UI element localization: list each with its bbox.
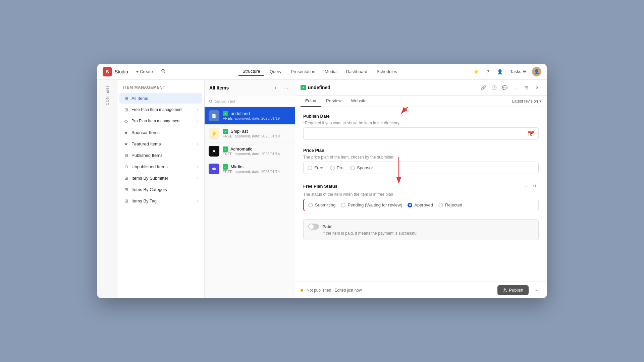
chevron-icon: › [197,176,198,180]
sponsor-icon: ★ [123,130,129,135]
nav-published-items[interactable]: ⊟ Published Items › [119,150,202,161]
nav-presentation[interactable]: Presentation [287,67,319,76]
check-badge: ✓ [223,129,228,134]
price-plan-hint: The price plan of the item, chosen by th… [303,155,539,160]
link-icon-btn[interactable]: 🔗 [479,83,488,92]
item-name: ✓ undefined [223,111,291,117]
radio-approved[interactable] [408,203,412,207]
price-pro-option[interactable]: Pro [330,165,343,170]
item-sub: FREE: approved, date: 2025/01/19 [223,134,291,138]
unpublished-icon: ⊙ [123,164,129,169]
status-submitting[interactable]: Submitting [308,202,335,207]
item-name: ✓ ShipFast [223,129,291,134]
radio-sponsor[interactable] [350,166,355,170]
list-panel: All Items + ··· 📄 [205,80,295,298]
topbar-right: ⚡ ? 👤 Tasks ☰ 👤 [471,67,541,76]
svg-point-0 [162,69,164,72]
editor-footer: Not published Edited just now Publish ··… [295,282,547,298]
nav-pro-plan[interactable]: ◇ Pro Plan Item management › [119,116,202,126]
radio-pending[interactable] [341,203,345,207]
item-name: ✓ Mkdirs [223,164,291,170]
status-more-btn[interactable]: ··· [521,182,529,190]
list-item[interactable]: 📄 ✓ undefined FREE: approved, date: 2025… [205,107,295,125]
item-name: ✓ Achromatic [223,146,291,152]
item-sub: FREE: approved, date: 2025/01/14 [223,170,291,174]
nav-media[interactable]: Media [321,67,340,76]
avatar[interactable]: 👤 [532,67,541,76]
nav-by-tag[interactable]: ⊞ Items By Tag › [119,195,202,206]
add-item-button[interactable]: + [271,84,279,92]
paid-hint: If the item is paid, it means the paymen… [308,231,534,236]
publish-button[interactable]: Publish [497,285,529,295]
radio-free[interactable] [308,166,312,170]
status-pending[interactable]: Pending (Waiting for review) [341,202,402,207]
status-rejected[interactable]: Rejected [438,202,462,207]
radio-rejected[interactable] [438,203,443,207]
nav-panel-title: Item management [117,80,204,93]
app-logo: S [103,67,112,76]
nav-sponsor-items[interactable]: ★ Sponsor Items › [119,127,202,138]
tab-website[interactable]: Website [346,96,371,107]
status-refresh-btn[interactable]: ↺ [531,182,539,190]
nav-by-submitter[interactable]: ⊞ Items By Submitter › [119,173,202,183]
nav-all-items[interactable]: ⊞ All Items › [119,93,202,104]
list-options-button[interactable]: ··· [282,84,290,92]
list-item[interactable]: A ✓ Achromatic FREE: approved, date: 202… [205,142,295,160]
tasks-button[interactable]: Tasks ☰ [507,68,529,75]
tag-icon: ⊞ [123,198,129,203]
nav-featured-items[interactable]: ★ Featured Items › [119,138,202,149]
radio-pro[interactable] [330,166,335,170]
price-sponsor-option[interactable]: Sponsor [350,165,373,170]
all-items-icon: ⊞ [123,96,129,101]
paid-toggle-row: Paid [308,224,534,230]
radio-submitting[interactable] [308,203,313,207]
search-input[interactable] [215,99,291,104]
sidebar-content-label: Content [105,85,109,105]
price-free-option[interactable]: Free [308,165,323,170]
chevron-icon: › [197,188,198,191]
nav-by-category[interactable]: ⊞ Items By Category › [119,184,202,195]
publish-date-field[interactable]: 2025-01-19 11:08 [308,131,525,136]
list-item[interactable]: dir ✓ Mkdirs FREE: approved, date: 2025/… [205,160,295,178]
nav-dashboard[interactable]: Dashboard [342,67,371,76]
nav-free-plan[interactable]: ⊞ Free Plan Item management › [119,104,202,115]
comment-icon-btn[interactable]: 💬 [500,83,509,92]
footer-more-button[interactable]: ··· [532,286,541,295]
tab-editor[interactable]: Editor [301,96,321,107]
user-icon-btn[interactable]: 👤 [495,67,505,76]
price-plan-section: Price Plan The price plan of the item, c… [303,148,539,174]
chevron-icon: › [197,199,198,203]
edited-text: Edited just now [334,288,362,293]
app-studio-label: Studio [115,69,128,74]
editor-tabs: Editor Preview Website Latest revision ▾ [295,96,547,107]
list-panel-header: All Items + ··· [205,80,295,96]
create-button[interactable]: + Create [133,68,156,75]
main-area: Content Item management ⊞ All Items › ⊞ … [97,80,547,298]
nav-query[interactable]: Query [266,67,285,76]
free-plan-status-header: Free Plan Status ··· ↺ [303,182,539,190]
nav-structure[interactable]: Structure [238,67,264,76]
tab-preview[interactable]: Preview [321,96,346,107]
status-text: Not published [307,288,331,293]
editor-header: ✓ undefined 🔗 🕐 💬 ··· ⊟ ✕ [295,80,547,96]
submitter-icon: ⊞ [123,175,129,181]
nav-unpublished-items[interactable]: ⊙ Unpublished Items › [119,161,202,172]
split-icon-btn[interactable]: ⊟ [522,83,531,92]
status-dot [301,289,303,292]
list-item[interactable]: ⚡ ✓ ShipFast FREE: approved, date: 2025/… [205,125,295,142]
clock-icon-btn[interactable]: 🕐 [490,83,498,92]
status-approved[interactable]: Approved [408,202,433,207]
close-icon-btn[interactable]: ✕ [533,83,541,92]
calendar-icon[interactable]: 📅 [528,130,534,137]
help-icon-btn[interactable]: ? [483,67,493,76]
publish-date-input[interactable]: 2025-01-19 11:08 📅 [303,127,539,140]
revision-selector[interactable]: Latest revision ▾ [512,99,541,104]
paid-section: Paid If the item is paid, it means the p… [303,219,539,240]
paid-toggle[interactable] [308,224,319,230]
more-icon-btn[interactable]: ··· [511,83,520,92]
nav-schedules[interactable]: Schedules [373,67,401,76]
featured-icon: ★ [123,141,129,146]
status-section-icons: ··· ↺ [521,182,539,190]
flash-icon-btn[interactable]: ⚡ [471,67,481,76]
search-button[interactable] [158,67,168,76]
